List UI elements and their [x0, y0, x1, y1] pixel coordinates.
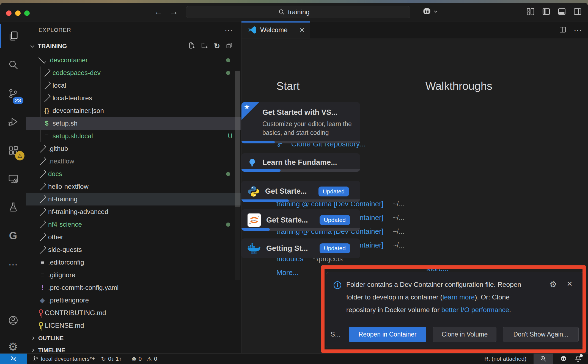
- tree-item-label: LICENSE.md: [45, 322, 84, 329]
- zoom-in-icon: [540, 355, 547, 362]
- activity-bar-more-icon[interactable]: ⋯: [0, 253, 26, 276]
- tree-item[interactable]: ≡ setup.sh.local U: [26, 130, 241, 142]
- notification-close-icon[interactable]: ×: [567, 278, 572, 289]
- close-window-button[interactable]: [6, 10, 12, 16]
- extensions-warning-badge: ⚠: [15, 151, 24, 160]
- sync-status[interactable]: ↻ 0↓ 1↑: [101, 355, 122, 362]
- tree-item-label: devcontainer.json: [53, 107, 104, 115]
- git-modified-dot: [226, 172, 230, 176]
- chevron-right-icon: [31, 337, 34, 340]
- minimize-window-button[interactable]: [15, 10, 21, 16]
- notification-link[interactable]: better I/O performance: [441, 306, 509, 313]
- sidebar-item-search[interactable]: [0, 53, 26, 76]
- notification-link[interactable]: learn more: [443, 293, 475, 301]
- tree-item-icon: [43, 69, 51, 77]
- tree-item[interactable]: ◆ .prettierignore: [26, 294, 241, 307]
- sidebar-item-testing[interactable]: [0, 195, 26, 218]
- tree-item[interactable]: codespaces-dev: [26, 66, 241, 79]
- close-tab-icon[interactable]: ×: [300, 26, 304, 34]
- tree-item[interactable]: side-quests: [26, 243, 241, 256]
- card-title: Learn the Fundame...: [262, 158, 337, 167]
- timeline-section-header[interactable]: TIMELINE: [26, 344, 241, 353]
- forward-button[interactable]: →: [168, 7, 179, 17]
- recent-item-path: ~/...: [393, 227, 404, 235]
- tree-item-icon: $: [43, 120, 51, 127]
- sidebar-item-source-control[interactable]: 23: [0, 82, 26, 105]
- workspace-section-header[interactable]: TRAINING ↻: [26, 38, 241, 54]
- tree-item[interactable]: .nextflow: [26, 155, 241, 168]
- tree-item[interactable]: ≡ .editorconfig: [26, 256, 241, 269]
- tree-item-label: setup.sh.local: [53, 132, 93, 140]
- tree-item[interactable]: hello-nextflow: [26, 180, 241, 193]
- tree-item[interactable]: LICENSE.md: [26, 319, 241, 332]
- new-file-icon[interactable]: [188, 42, 195, 51]
- sync-counts: 0↓ 1↑: [108, 355, 122, 362]
- git-modified-dot: [226, 223, 230, 227]
- outline-section-header[interactable]: OUTLINE: [26, 332, 241, 344]
- remote-indicator[interactable]: [0, 354, 27, 364]
- collapse-all-icon[interactable]: [226, 42, 233, 51]
- tree-item[interactable]: nf-training: [26, 193, 241, 205]
- dont-show-again-button[interactable]: Don't Show Again...: [503, 327, 579, 342]
- tree-item[interactable]: ! .pre-commit-config.yaml: [26, 281, 241, 294]
- sidebar-item-explorer[interactable]: [0, 24, 26, 48]
- tree-item[interactable]: {} devcontainer.json: [26, 104, 241, 117]
- toggle-panel-icon[interactable]: [557, 7, 566, 16]
- copilot-status-icon[interactable]: [559, 355, 568, 363]
- git-modified-dot: [226, 71, 230, 75]
- tab-welcome[interactable]: Welcome ×: [241, 21, 310, 38]
- tree-item[interactable]: nf-training-advanced: [26, 205, 241, 218]
- tree-item[interactable]: ≡ .gitignore: [26, 269, 241, 281]
- notification-settings-icon[interactable]: ⚙: [549, 279, 557, 289]
- sidebar-item-run-debug[interactable]: [0, 110, 26, 133]
- customize-layout-icon[interactable]: [526, 7, 535, 16]
- tree-item[interactable]: CONTRIBUTING.md: [26, 307, 241, 319]
- walkthrough-card-get-started[interactable]: ★ Get Started with VS... Customize your …: [241, 102, 360, 143]
- zoom-indicator[interactable]: [534, 354, 553, 364]
- sidebar-item-extensions[interactable]: ⚠: [0, 139, 26, 162]
- problems-status[interactable]: ⊗ 0 ⚠ 0: [131, 355, 157, 362]
- sync-icon: ↻: [101, 356, 106, 362]
- reopen-in-container-button[interactable]: Reopen in Container: [349, 327, 426, 342]
- card-title: Get Starte...: [265, 187, 307, 196]
- card-description: Customize your editor, learn the basics,…: [262, 120, 355, 137]
- command-center-search[interactable]: [186, 6, 410, 18]
- tree-item[interactable]: .github: [26, 142, 241, 155]
- tree-item[interactable]: local: [26, 79, 241, 92]
- clone-in-volume-button[interactable]: Clone in Volume: [433, 327, 496, 342]
- split-editor-icon[interactable]: [559, 26, 567, 35]
- recent-more-link[interactable]: More...: [276, 268, 299, 277]
- back-button[interactable]: ←: [153, 7, 164, 17]
- sidebar-item-gitlens[interactable]: G: [0, 224, 26, 247]
- walkthrough-card-python[interactable]: Get Starte... Updated: [241, 181, 360, 202]
- notifications-bell[interactable]: [574, 355, 582, 363]
- toggle-secondary-sidebar-icon[interactable]: [573, 7, 582, 16]
- walkthrough-progress: [241, 169, 360, 172]
- branch-status[interactable]: local-devcontainers*+: [33, 355, 95, 362]
- tree-item[interactable]: .devcontainer: [26, 54, 241, 66]
- sidebar-scrollbar[interactable]: [235, 71, 240, 207]
- toggle-primary-sidebar-icon[interactable]: [542, 7, 551, 16]
- walkthrough-card-jupyter[interactable]: jupyter Get Starte... Updated: [241, 209, 360, 231]
- tree-item[interactable]: nf4-science: [26, 218, 241, 231]
- tree-item[interactable]: other: [26, 231, 241, 243]
- sidebar-item-remote-explorer[interactable]: [0, 167, 26, 190]
- info-icon: [333, 280, 342, 291]
- tree-item[interactable]: local-features: [26, 92, 241, 104]
- copilot-menu[interactable]: [421, 6, 437, 17]
- r-session-status[interactable]: R: (not attached): [484, 355, 526, 362]
- notification-message: Folder contains a Dev Container configur…: [346, 278, 533, 316]
- tree-item-label: other: [48, 233, 63, 241]
- account-icon[interactable]: [0, 309, 26, 332]
- chevron-down-icon: [31, 43, 34, 47]
- tree-item-icon: [39, 145, 46, 152]
- tree-item[interactable]: $ setup.sh: [26, 117, 241, 130]
- walkthrough-card-fundamentals[interactable]: Learn the Fundame...: [241, 153, 360, 172]
- refresh-icon[interactable]: ↻: [214, 42, 220, 51]
- maximize-window-button[interactable]: [24, 10, 30, 16]
- new-folder-icon[interactable]: [201, 42, 208, 51]
- search-input[interactable]: [288, 8, 318, 16]
- tree-item-label: local: [53, 82, 66, 89]
- tree-item[interactable]: docs: [26, 168, 241, 180]
- walkthrough-card-docker[interactable]: docker Getting St... Updated: [241, 238, 360, 258]
